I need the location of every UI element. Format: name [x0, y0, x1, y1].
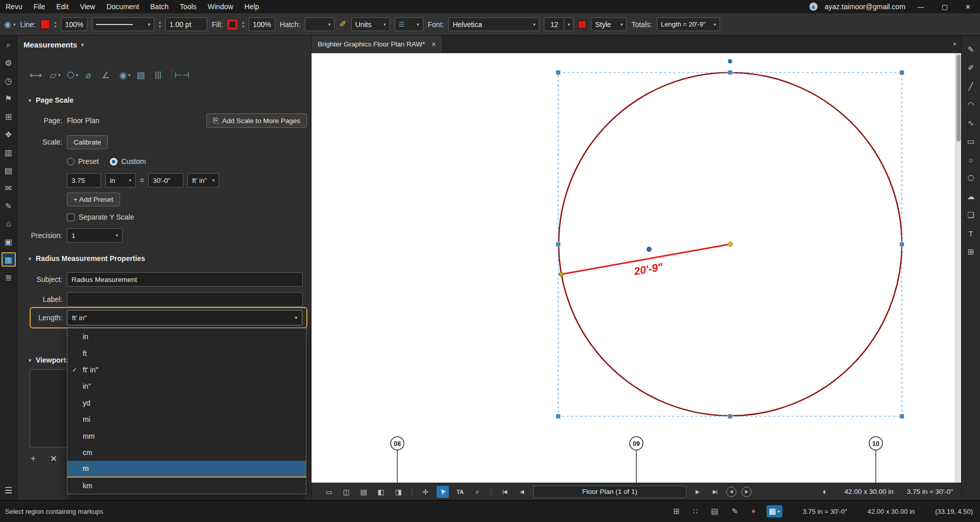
measure-tool-icon[interactable]: ⟷: [29, 68, 43, 82]
pan-tool-icon[interactable]: ✛: [419, 486, 432, 498]
units-select[interactable]: Units▾: [351, 17, 390, 31]
cloud-tool-icon[interactable]: ☁: [964, 190, 977, 203]
preset-radio[interactable]: Preset: [67, 157, 99, 165]
last-page-icon[interactable]: ▶|: [709, 486, 721, 498]
style-select[interactable]: Style▾: [591, 17, 627, 31]
length-unit-option[interactable]: ft: [67, 345, 306, 361]
menu-item[interactable]: Help: [239, 0, 265, 13]
previous-view-icon[interactable]: ◀: [726, 487, 736, 497]
marker-tool-icon[interactable]: ✐: [964, 61, 977, 75]
pen-tool-icon[interactable]: ✎: [964, 43, 977, 56]
length-unit-option[interactable]: mi: [67, 411, 306, 428]
studio-icon[interactable]: ✉: [2, 181, 16, 195]
calibrate-button[interactable]: Calibrate: [67, 135, 108, 149]
signatures-icon[interactable]: ✎: [2, 199, 16, 213]
vertical-scrollbar[interactable]: [955, 53, 961, 483]
tags-icon[interactable]: ❖: [2, 127, 16, 141]
menu-item[interactable]: Tools: [174, 0, 202, 13]
line-opacity-field[interactable]: 100%: [61, 17, 87, 31]
length-unit-option[interactable]: yd: [67, 395, 306, 411]
delete-viewport-button[interactable]: ✕: [50, 454, 57, 464]
length-unit-option[interactable]: m: [67, 461, 306, 477]
length-unit-option[interactable]: in: [67, 328, 306, 345]
subject-input[interactable]: [67, 272, 303, 287]
account-avatar[interactable]: a: [809, 3, 818, 11]
length-unit-option[interactable]: in": [67, 378, 306, 394]
chevron-down-icon[interactable]: ▾: [128, 73, 131, 78]
line-width-stepper[interactable]: ▴▾: [159, 20, 161, 28]
snapshot-tool-icon[interactable]: ⊞: [964, 245, 977, 258]
select-tool-icon[interactable]: ➤: [437, 486, 449, 498]
alignment-select[interactable]: ☰▾: [395, 17, 423, 31]
split-vertical-icon[interactable]: ◧: [375, 486, 387, 498]
search-icon[interactable]: ⌕: [2, 38, 16, 52]
measure-tool-icon[interactable]: |||: [151, 68, 165, 82]
arc-tool-icon[interactable]: ◠: [964, 98, 977, 111]
grid-icon[interactable]: ⊞: [671, 505, 682, 517]
single-page-view-icon[interactable]: ▭: [323, 486, 335, 498]
line-tool-icon[interactable]: ╱: [964, 80, 977, 93]
zoom-tool-icon[interactable]: ⌕: [471, 486, 484, 498]
contrast-icon[interactable]: ◐: [819, 486, 831, 498]
account-email[interactable]: ayaz.taimoor@gmail.com: [825, 3, 905, 11]
scrollbar-thumb[interactable]: [957, 55, 961, 141]
reuse-markup-icon[interactable]: ▦ ▾: [767, 505, 782, 517]
sets-icon[interactable]: ▥: [2, 145, 16, 159]
text-tool-icon[interactable]: T: [964, 227, 977, 240]
scale-from-unit-select[interactable]: in▾: [105, 173, 136, 187]
close-tab-icon[interactable]: ✕: [431, 41, 436, 48]
minimize-icon[interactable]: —: [913, 3, 929, 11]
menu-item[interactable]: View: [74, 0, 101, 13]
length-unit-combobox[interactable]: ft' in" ▾: [67, 310, 302, 325]
properties-icon[interactable]: ⚙: [2, 56, 16, 70]
first-page-icon[interactable]: |◀: [498, 486, 511, 498]
page-scale-readout[interactable]: 3.75 in = 30'-0": [907, 488, 953, 495]
radius-measurement-markup[interactable]: 20'-9": [559, 242, 733, 277]
radius-properties-section-header[interactable]: ▾ Radius Measurement Properties: [17, 251, 311, 266]
select-text-tool-icon[interactable]: TA: [454, 486, 466, 498]
next-view-icon[interactable]: ▶: [742, 487, 752, 497]
line-color-swatch[interactable]: [40, 19, 50, 29]
font-select[interactable]: Helvetica▾: [448, 17, 539, 31]
separate-y-checkbox[interactable]: Separate Y Scale: [67, 213, 134, 221]
next-page-icon[interactable]: ▶: [691, 486, 704, 498]
length-unit-option[interactable]: km: [67, 478, 306, 494]
status-scale-readout[interactable]: 3.75 in = 30'-0": [803, 508, 847, 515]
line-style-select[interactable]: ▾: [92, 17, 154, 31]
scale-to-unit-select[interactable]: ft' in"▾: [187, 173, 219, 187]
fill-opacity-stepper[interactable]: ▴▾: [242, 20, 244, 28]
bookmarks-icon[interactable]: ⚑: [2, 91, 16, 106]
length-unit-option[interactable]: mm: [67, 428, 306, 444]
markup-list-toggle-icon[interactable]: ☰: [5, 485, 12, 496]
line-opacity-stepper[interactable]: ▴▾: [55, 20, 57, 28]
snap-compass-icon[interactable]: ⌖: [749, 505, 758, 517]
line-width-field[interactable]: 1.00 pt: [165, 17, 207, 31]
menu-item[interactable]: Edit: [51, 0, 74, 13]
totals-select[interactable]: Length = 20'-9"▾: [657, 17, 720, 31]
continuous-view-icon[interactable]: ▤: [357, 486, 370, 498]
fill-color-swatch[interactable]: [227, 19, 237, 30]
active-tool-button[interactable]: ◉ ▾: [4, 19, 16, 29]
menu-item[interactable]: Revu: [0, 0, 28, 13]
hatch-select[interactable]: ▾: [305, 17, 334, 31]
close-icon[interactable]: ✕: [960, 3, 976, 11]
snap-grid-icon[interactable]: ∷: [690, 505, 701, 517]
maximize-icon[interactable]: ▢: [937, 3, 953, 11]
page-scale-section-header[interactable]: ▾ Page Scale: [17, 93, 311, 107]
add-viewport-button[interactable]: +: [31, 454, 36, 464]
font-size-field[interactable]: 12: [544, 17, 564, 31]
previous-page-icon[interactable]: ◀: [516, 486, 528, 498]
text-color-swatch[interactable]: [578, 20, 586, 29]
measure-tool-icon[interactable]: ∠: [99, 68, 113, 82]
document-tab[interactable]: Brighter Graphics Floor Plan RAW* ✕: [312, 36, 443, 53]
split-horizontal-icon[interactable]: ◨: [392, 486, 404, 498]
scale-from-value-input[interactable]: [67, 173, 101, 187]
snap-markup-icon[interactable]: ✎: [729, 505, 741, 517]
menu-item[interactable]: Batch: [145, 0, 174, 13]
measurements-icon[interactable]: ▦: [2, 252, 16, 267]
drawing-canvas[interactable]: 08 09 10: [312, 53, 961, 483]
snap-document-icon[interactable]: ▤: [708, 505, 721, 517]
length-unit-option[interactable]: ✓ ft' in": [67, 362, 306, 378]
length-unit-option[interactable]: cm: [67, 444, 306, 461]
layers-icon[interactable]: ≣: [2, 270, 16, 284]
